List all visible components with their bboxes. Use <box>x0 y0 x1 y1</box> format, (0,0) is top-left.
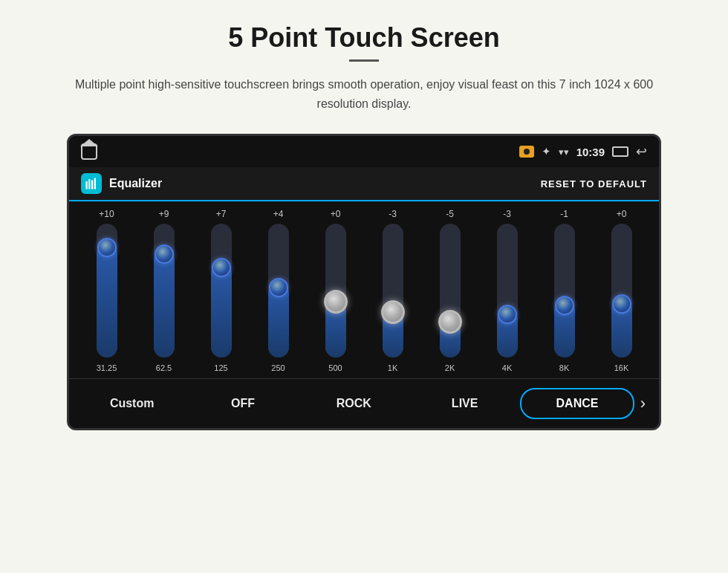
slider-track-6[interactable] <box>440 224 461 357</box>
preset-arrow[interactable]: › <box>634 394 651 413</box>
title-divider <box>349 59 379 62</box>
eq-value-5: -3 <box>389 209 397 219</box>
preset-btn-custom[interactable]: Custom <box>77 389 187 418</box>
eq-freq-9: 16K <box>614 363 629 372</box>
eq-value-6: -5 <box>446 209 454 219</box>
eq-channel-9[interactable]: +0 16K <box>597 209 647 372</box>
eq-value-0: +10 <box>99 209 114 219</box>
eq-icon-box <box>81 173 102 194</box>
slider-track-7[interactable] <box>497 224 518 357</box>
svg-rect-3 <box>94 178 96 190</box>
camera-icon <box>519 146 534 158</box>
eq-value-3: +4 <box>273 209 284 219</box>
eq-freq-4: 500 <box>328 363 342 372</box>
status-bar: ✦ ▾▾ 10:39 ↩ <box>69 136 659 167</box>
preset-btn-off[interactable]: OFF <box>187 389 298 418</box>
slider-track-9[interactable] <box>611 224 632 357</box>
eq-body: +10 31.25 +9 62.5 +7 125 +4 250 +0 <box>69 201 659 378</box>
slider-track-5[interactable] <box>383 224 403 357</box>
eq-channel-0[interactable]: +10 31.25 <box>82 209 132 372</box>
time-display: 10:39 <box>576 146 605 158</box>
svg-rect-2 <box>91 181 93 190</box>
slider-thumb-8[interactable] <box>555 296 574 315</box>
slider-thumb-3[interactable] <box>269 278 288 297</box>
eq-freq-6: 2K <box>445 363 455 372</box>
eq-sliders-row: +10 31.25 +9 62.5 +7 125 +4 250 +0 <box>75 209 653 372</box>
eq-title: Equalizer <box>109 177 162 190</box>
eq-channel-7[interactable]: -3 4K <box>482 209 533 372</box>
eq-value-7: -3 <box>503 209 511 219</box>
eq-freq-7: 4K <box>502 363 512 372</box>
slider-track-4[interactable] <box>325 224 346 357</box>
slider-track-3[interactable] <box>268 224 289 357</box>
slider-thumb-6[interactable] <box>438 310 462 334</box>
slider-thumb-7[interactable] <box>498 305 517 324</box>
slider-track-8[interactable] <box>554 224 575 357</box>
slider-thumb-0[interactable] <box>97 238 117 257</box>
eq-presets: CustomOFFROCKLIVEDANCE› <box>69 378 659 428</box>
eq-value-2: +7 <box>216 209 227 219</box>
display-icon <box>612 146 628 157</box>
slider-thumb-2[interactable] <box>212 258 231 277</box>
slider-track-2[interactable] <box>211 224 232 357</box>
svg-rect-1 <box>88 179 90 190</box>
slider-fill-2 <box>211 264 232 357</box>
preset-btn-rock[interactable]: ROCK <box>299 389 409 418</box>
eq-value-8: -1 <box>560 209 568 219</box>
equalizer-icon <box>85 177 98 190</box>
page-subtitle: Multiple point high-sensitive touchscree… <box>59 75 669 113</box>
slider-thumb-1[interactable] <box>155 245 174 264</box>
eq-value-4: +0 <box>331 209 341 219</box>
eq-value-1: +9 <box>159 209 169 219</box>
eq-freq-1: 62.5 <box>156 363 172 372</box>
eq-freq-8: 8K <box>559 363 569 372</box>
eq-channel-3[interactable]: +4 250 <box>253 209 304 372</box>
slider-thumb-5[interactable] <box>381 300 405 324</box>
back-icon[interactable]: ↩ <box>636 143 647 160</box>
page-title: 5 Point Touch Screen <box>228 22 499 54</box>
eq-freq-0: 31.25 <box>97 363 117 372</box>
eq-value-9: +0 <box>617 209 627 219</box>
eq-title-area: Equalizer <box>81 173 162 194</box>
slider-fill-1 <box>154 250 175 357</box>
eq-channel-4[interactable]: +0 500 <box>311 209 361 372</box>
preset-btn-live[interactable]: LIVE <box>409 389 520 418</box>
eq-channel-1[interactable]: +9 62.5 <box>139 209 189 372</box>
home-icon[interactable] <box>81 143 97 160</box>
slider-fill-0 <box>97 244 117 357</box>
status-right: ✦ ▾▾ 10:39 ↩ <box>519 143 647 160</box>
device-frame: ✦ ▾▾ 10:39 ↩ Equalizer RESET TO DEFAULT <box>67 134 661 430</box>
slider-track-0[interactable] <box>97 224 117 357</box>
slider-thumb-9[interactable] <box>612 294 631 314</box>
eq-freq-5: 1K <box>388 363 397 372</box>
eq-channel-6[interactable]: -5 2K <box>425 209 475 372</box>
eq-freq-3: 250 <box>271 363 285 372</box>
slider-thumb-4[interactable] <box>324 290 348 314</box>
status-left <box>81 143 97 160</box>
preset-btn-dance[interactable]: DANCE <box>520 388 634 419</box>
svg-rect-0 <box>86 181 88 190</box>
eq-freq-2: 125 <box>214 363 227 372</box>
slider-track-1[interactable] <box>154 224 175 357</box>
eq-header: Equalizer RESET TO DEFAULT <box>69 167 659 201</box>
wifi-icon: ▾▾ <box>559 146 569 158</box>
eq-channel-5[interactable]: -3 1K <box>368 209 418 372</box>
eq-channel-8[interactable]: -1 8K <box>539 209 590 372</box>
reset-button[interactable]: RESET TO DEFAULT <box>541 178 647 190</box>
bluetooth-icon: ✦ <box>542 145 551 158</box>
eq-channel-2[interactable]: +7 125 <box>196 209 247 372</box>
